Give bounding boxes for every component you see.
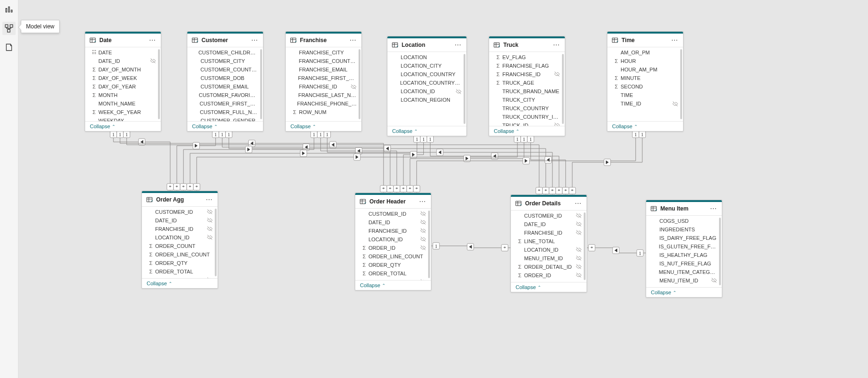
field-row[interactable]: LOCATION_CITY (387, 62, 466, 70)
field-row[interactable]: MENU_ITEM_ID (511, 254, 587, 263)
field-row[interactable]: HOUR_AM_PM (607, 65, 683, 74)
field-row[interactable]: ΣDAY_OF_MONTH (85, 65, 161, 74)
field-row[interactable]: WEEKDAY (85, 116, 161, 121)
field-row[interactable]: TRUCK_COUNTRY_ISO (489, 113, 565, 121)
collapse-button[interactable]: Collapse⌄ (646, 287, 722, 297)
field-row[interactable]: ΣORDER_ID (511, 271, 587, 280)
field-row[interactable]: FRANCHISE_ID (355, 227, 431, 235)
field-row[interactable]: ΣORDER_DETAIL_ID (511, 263, 587, 271)
field-row[interactable]: LOCATION_ID (387, 87, 466, 96)
table-options-button[interactable]: ⋯ (670, 36, 679, 44)
field-row[interactable]: LOCATION_ID (355, 235, 431, 244)
dax-view-button[interactable] (2, 41, 16, 54)
collapse-button[interactable]: Collapse⌄ (85, 121, 161, 131)
field-row[interactable]: CUSTOMER_ID (142, 208, 218, 216)
field-row[interactable]: CUSTOMER_CHILDREN_COUNT (187, 48, 263, 57)
field-row[interactable]: FRANCHISE_CITY (286, 48, 361, 57)
field-row[interactable]: TRUCK_ID (489, 121, 565, 126)
field-row[interactable]: MENU_ITEM_NAME (646, 285, 722, 287)
table-time[interactable]: Time⋯AM_OR_PMΣHOURHOUR_AM_PMΣMINUTEΣSECO… (607, 31, 684, 132)
field-row[interactable]: ΣORDER_TOTAL (142, 267, 218, 276)
field-row[interactable]: ΣSECOND (607, 82, 683, 91)
table-options-button[interactable]: ⋯ (552, 41, 561, 49)
table-options-button[interactable]: ⋯ (418, 198, 427, 205)
field-row[interactable]: ΣEV_FLAG (489, 53, 565, 62)
field-row[interactable]: CUSTOMER_FIRST_NAME (187, 99, 263, 108)
field-row[interactable]: TRUCK_CITY (489, 96, 565, 104)
field-row[interactable]: ΣORDER_LINE_COUNT (142, 250, 218, 259)
field-row[interactable]: ΣLINE_TOTAL (511, 237, 587, 246)
field-row[interactable]: DATE_ID (85, 57, 161, 65)
field-row[interactable]: INGREDIENTS (646, 225, 722, 234)
field-row[interactable]: TRUCK_COUNTRY (489, 104, 565, 113)
field-row[interactable]: TIME (607, 91, 683, 99)
field-row[interactable]: IS_GLUTEN_FREE_FLAG (646, 242, 722, 251)
field-row[interactable]: CUSTOMER_DOB (187, 74, 263, 82)
field-row[interactable]: ΣFRANCHISE_FLAG (489, 62, 565, 70)
table-options-button[interactable]: ⋯ (250, 36, 259, 44)
table-header[interactable]: Franchise⋯ (286, 34, 361, 47)
field-row[interactable]: ΣMINUTE (607, 74, 683, 82)
table-header[interactable]: Order Header⋯ (355, 195, 431, 209)
field-row[interactable]: FRANCHISE_ID (286, 82, 361, 91)
field-row[interactable]: ΣORDER_COUNT (142, 242, 218, 250)
field-row[interactable]: ΣDAY_OF_WEEK (85, 74, 161, 82)
field-row[interactable]: MONTH_NAME (85, 99, 161, 108)
table-location[interactable]: Location⋯LOCATIONLOCATION_CITYLOCATION_C… (387, 36, 467, 136)
report-view-button[interactable] (2, 3, 16, 16)
table-options-button[interactable]: ⋯ (709, 205, 718, 212)
field-row[interactable]: CUSTOMER_COUNTRY (187, 65, 263, 74)
table-header[interactable]: Order Details⋯ (511, 197, 587, 211)
field-row[interactable]: IS_DAIRY_FREE_FLAG (646, 234, 722, 242)
field-row[interactable]: ΣORDER_QTY (142, 259, 218, 267)
collapse-button[interactable]: Collapse⌄ (286, 121, 361, 131)
field-row[interactable]: FRANCHISE_ID (142, 225, 218, 233)
collapse-button[interactable]: Collapse⌄ (142, 278, 218, 288)
field-row[interactable]: CUSTOMER_CITY (187, 57, 263, 65)
field-row[interactable]: DATE_ID (142, 216, 218, 225)
table-header[interactable]: Truck⋯ (489, 38, 565, 52)
field-row[interactable]: IS_NUT_FREE_FLAG (646, 259, 722, 268)
field-row[interactable]: ΣROW_NUM (286, 108, 361, 116)
table-header[interactable]: Location⋯ (387, 38, 466, 52)
field-row[interactable]: TIME_ID (607, 99, 683, 108)
field-row[interactable]: ΣTRUCK_AGE (489, 79, 565, 87)
field-row[interactable]: LOCATION_ID (142, 233, 218, 242)
table-options-button[interactable]: ⋯ (349, 36, 358, 44)
field-row[interactable]: ΣORDER_QTY (355, 261, 431, 269)
field-row[interactable]: CUSTOMER_EMAIL (187, 82, 263, 91)
field-row[interactable]: AM_OR_PM (607, 48, 683, 57)
field-row[interactable]: ΣWEEK_OF_YEAR (85, 108, 161, 116)
field-row[interactable]: FRANCHISE_PHONE_NUMBER (286, 99, 361, 108)
table-customer[interactable]: Customer⋯CUSTOMER_CHILDREN_COUNTCUSTOMER… (187, 31, 263, 132)
field-row[interactable]: ΣORDER_TOTAL (355, 269, 431, 278)
field-row[interactable]: CUSTOMER_ID (355, 210, 431, 218)
collapse-button[interactable]: Collapse⌄ (489, 126, 565, 136)
field-row[interactable]: TRUCK_BRAND_NAME (489, 87, 565, 96)
field-row[interactable]: LOCATION_COUNTRY (387, 70, 466, 79)
table-truck[interactable]: Truck⋯ΣEV_FLAGΣFRANCHISE_FLAGΣFRANCHISE_… (489, 36, 565, 136)
table-orderdetails[interactable]: Order Details⋯CUSTOMER_IDDATE_IDFRANCHIS… (510, 194, 587, 292)
collapse-button[interactable]: Collapse⌄ (607, 121, 683, 131)
table-date[interactable]: Date⋯☷DATEDATE_IDΣDAY_OF_MONTHΣDAY_OF_WE… (85, 31, 161, 132)
field-row[interactable]: CUSTOMER_ID (511, 211, 587, 220)
field-row[interactable]: COGS_USD (646, 217, 722, 225)
table-options-button[interactable]: ⋯ (454, 41, 463, 49)
field-row[interactable]: ΣORDER_ID (355, 244, 431, 252)
collapse-button[interactable]: Collapse⌄ (387, 126, 466, 136)
field-row[interactable]: ΣHOUR (607, 57, 683, 65)
collapse-button[interactable]: Collapse⌄ (511, 282, 587, 292)
field-row[interactable]: ΣORDER_LINE_COUNT (355, 252, 431, 261)
field-row[interactable]: LOCATION_REGION (387, 96, 466, 104)
field-row[interactable]: LOCATION_ID (511, 246, 587, 254)
model-view-button[interactable] (2, 22, 16, 35)
table-options-button[interactable]: ⋯ (574, 200, 583, 207)
field-row[interactable]: FRANCHISE_EMAIL (286, 65, 361, 74)
table-menuitem[interactable]: Menu Item⋯COGS_USDINGREDIENTSIS_DAIRY_FR… (646, 200, 722, 298)
field-row[interactable]: IS_HEALTHY_FLAG (646, 251, 722, 259)
field-row[interactable]: ΣMONTH (85, 91, 161, 99)
field-row[interactable]: MENU_ITEM_CATEGORY (646, 268, 722, 276)
table-header[interactable]: Menu Item⋯ (646, 202, 722, 216)
field-row[interactable]: FRANCHISE_ID (511, 229, 587, 237)
field-row[interactable]: LOCATION_COUNTRY_ISO (387, 79, 466, 87)
